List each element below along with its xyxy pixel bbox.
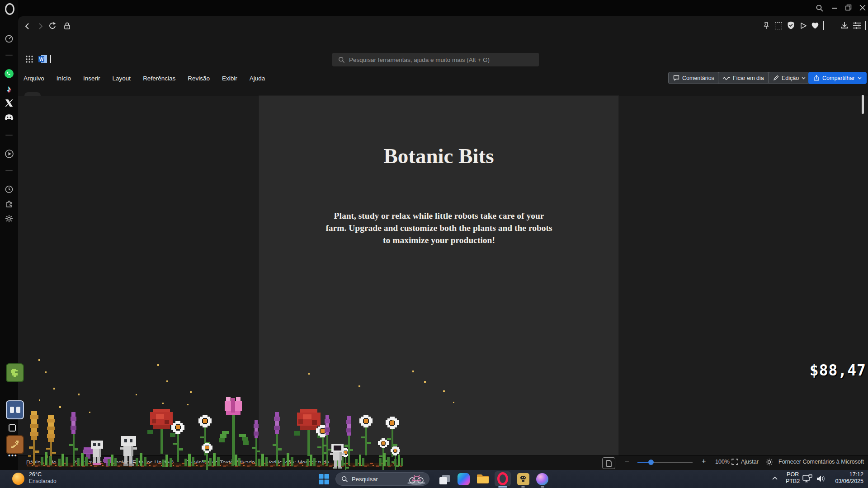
share-label: Compartilhar bbox=[822, 75, 855, 81]
filter-icon[interactable] bbox=[853, 22, 862, 29]
speedometer-icon[interactable] bbox=[0, 34, 18, 43]
close-icon[interactable] bbox=[859, 5, 866, 11]
language-primary: POR bbox=[786, 471, 800, 478]
running-app-indicator bbox=[541, 486, 544, 488]
weather-sun-icon[interactable] bbox=[12, 473, 24, 485]
share-button[interactable]: Compartilhar bbox=[808, 72, 867, 84]
sidebar-divider bbox=[5, 170, 13, 171]
reload-icon[interactable] bbox=[48, 21, 57, 30]
document-icon bbox=[606, 460, 612, 467]
taskbar-search[interactable]: Pesquisar bbox=[335, 472, 429, 486]
forward-icon[interactable] bbox=[36, 22, 44, 30]
file-explorer-icon[interactable] bbox=[476, 474, 489, 484]
speaker-icon[interactable] bbox=[816, 475, 826, 483]
robot-shortcut-icon[interactable] bbox=[6, 400, 24, 419]
weather-temperature: 26°C bbox=[29, 471, 57, 478]
start-button[interactable] bbox=[319, 474, 329, 484]
extensions-icon[interactable] bbox=[0, 199, 18, 208]
word-logo[interactable]: W bbox=[38, 54, 48, 64]
opera-gx-icon[interactable] bbox=[495, 471, 511, 486]
window-search-icon[interactable] bbox=[816, 4, 824, 12]
copilot-icon[interactable] bbox=[458, 473, 470, 485]
minimize-icon[interactable] bbox=[832, 8, 837, 9]
word-search-input[interactable]: Pesquisar ferramentas, ajuda e muito mai… bbox=[332, 53, 539, 66]
frame-icon[interactable] bbox=[7, 423, 17, 433]
document-title[interactable]: Botanic Bits bbox=[259, 144, 618, 168]
search-icon bbox=[338, 56, 345, 63]
feedback-link[interactable]: Fornecer Comentários à Microsoft bbox=[778, 459, 864, 465]
text-cursor bbox=[50, 55, 51, 63]
paragraph-line: farm. Upgrade and customize both the pla… bbox=[290, 222, 588, 234]
taskbar bbox=[0, 470, 868, 488]
task-view-icon[interactable] bbox=[439, 475, 450, 485]
discord-icon[interactable] bbox=[0, 114, 18, 122]
editing-mode-button[interactable]: Edição bbox=[768, 72, 811, 84]
svg-text:W: W bbox=[39, 57, 44, 62]
document-paragraph[interactable]: Plant, study or relax while little robot… bbox=[290, 210, 588, 246]
tray-time: 17:12 bbox=[830, 471, 863, 478]
squiggle-icon bbox=[723, 76, 730, 80]
page-view-button[interactable] bbox=[602, 457, 615, 469]
menu-layout[interactable]: Layout bbox=[113, 75, 131, 82]
menu-inicio[interactable]: Início bbox=[57, 75, 71, 82]
sidebar-divider bbox=[5, 55, 13, 56]
menu-exibir[interactable]: Exibir bbox=[222, 75, 237, 82]
tray-date: 03/06/2025 bbox=[830, 478, 863, 485]
whatsapp-icon[interactable] bbox=[0, 69, 18, 79]
fit-page-icon[interactable] bbox=[731, 459, 738, 465]
caret-bar bbox=[823, 21, 824, 30]
apps-grid-icon[interactable] bbox=[25, 55, 33, 63]
pin-icon[interactable] bbox=[762, 22, 770, 30]
x-icon[interactable] bbox=[0, 99, 18, 107]
zoom-level[interactable]: 100% bbox=[715, 459, 730, 465]
chevron-down-icon bbox=[802, 77, 806, 80]
screen: ♪ W Pesquisar ferramentas, ajuda e muito… bbox=[0, 0, 868, 488]
money-counter: $88,47 bbox=[787, 361, 866, 379]
botanic-game-icon[interactable] bbox=[517, 473, 529, 485]
snapshot-icon[interactable] bbox=[775, 22, 782, 29]
sidebar-divider bbox=[5, 135, 13, 136]
lock-icon[interactable] bbox=[63, 22, 71, 30]
tray-chevron-up-icon[interactable] bbox=[772, 476, 778, 480]
restore-icon[interactable] bbox=[845, 5, 852, 11]
zoom-slider-knob[interactable] bbox=[648, 460, 654, 465]
menu-revisao[interactable]: Revisão bbox=[188, 75, 210, 82]
fit-page-label[interactable]: Ajustar bbox=[741, 459, 759, 465]
heart-icon[interactable] bbox=[811, 22, 819, 29]
comments-button[interactable]: Comentários bbox=[668, 72, 719, 84]
tiktok-icon[interactable]: ♪ bbox=[0, 84, 18, 94]
zoom-in-button[interactable]: + bbox=[702, 457, 706, 465]
brightness-icon[interactable] bbox=[765, 458, 773, 466]
menu-arquivo[interactable]: Arquivo bbox=[24, 75, 44, 82]
paragraph-line: to maximize your production! bbox=[290, 234, 588, 246]
paint-sphere-icon[interactable] bbox=[536, 473, 548, 485]
history-icon[interactable] bbox=[0, 185, 18, 194]
menu-ajuda[interactable]: Ajuda bbox=[250, 75, 265, 82]
menu-referencias[interactable]: Referências bbox=[143, 75, 175, 82]
back-icon[interactable] bbox=[24, 22, 32, 30]
garden-pixel-art bbox=[23, 352, 511, 470]
zoom-out-button[interactable]: − bbox=[625, 458, 629, 467]
player-icon[interactable] bbox=[0, 149, 18, 159]
search-icon bbox=[341, 476, 348, 483]
download-icon[interactable] bbox=[840, 21, 849, 30]
catch-up-button[interactable]: Ficar em dia bbox=[718, 72, 769, 84]
flow-icon[interactable] bbox=[799, 22, 807, 30]
weather-widget[interactable]: 26°C Ensolarado bbox=[29, 471, 57, 484]
network-icon[interactable] bbox=[802, 474, 812, 483]
clock-widget[interactable]: 17:12 03/06/2025 bbox=[830, 471, 863, 485]
chevron-down-icon bbox=[858, 77, 862, 80]
language-secondary: PTB2 bbox=[786, 478, 800, 485]
shield-check-icon[interactable] bbox=[787, 21, 795, 30]
active-app-indicator bbox=[498, 486, 507, 488]
language-indicator[interactable]: POR PTB2 bbox=[786, 471, 800, 485]
scrollbar-thumb[interactable] bbox=[862, 95, 864, 114]
plant-shortcut-icon[interactable] bbox=[6, 363, 24, 382]
menu-inserir[interactable]: Inserir bbox=[83, 75, 100, 82]
settings-gear-icon[interactable] bbox=[0, 214, 18, 223]
pencil-icon bbox=[773, 75, 779, 81]
paragraph-line: Plant, study or relax while little robot… bbox=[290, 210, 588, 222]
tools-shortcut-icon[interactable] bbox=[6, 435, 24, 454]
more-dots-icon[interactable]: ••• bbox=[8, 452, 18, 459]
comments-label: Comentários bbox=[682, 75, 714, 81]
